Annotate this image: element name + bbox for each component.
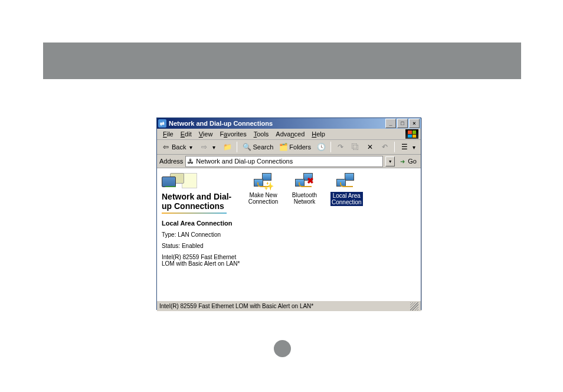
- resize-grip[interactable]: [410, 302, 418, 311]
- bluetooth-network-icon: ✖: [295, 173, 314, 190]
- forward-dropdown-icon[interactable]: ▾: [210, 143, 217, 151]
- menu-file[interactable]: File: [159, 130, 177, 138]
- address-value: Network and Dial-up Connections: [196, 158, 293, 165]
- window-title: Network and Dial-up Connections: [169, 120, 385, 127]
- wizard-icon: ✨: [254, 173, 273, 190]
- search-button[interactable]: 🔍 Search: [240, 142, 275, 152]
- back-arrow-icon: ⇦: [161, 142, 171, 152]
- copy-button[interactable]: ⿻: [349, 142, 362, 152]
- forward-button[interactable]: ⇨ ▾: [198, 142, 219, 152]
- back-dropdown-icon[interactable]: ▾: [187, 143, 194, 151]
- item-label: Make New Connection: [248, 192, 279, 205]
- undo-button[interactable]: ↶: [378, 142, 391, 152]
- toolbar-separator: [237, 142, 237, 152]
- menu-file-label: ile: [167, 130, 174, 138]
- titlebar[interactable]: ⇄ Network and Dial-up Connections _ □ ×: [157, 118, 421, 129]
- menu-view-label: iew: [203, 130, 213, 138]
- menu-edit[interactable]: Edit: [177, 130, 195, 138]
- menu-view[interactable]: View: [195, 130, 217, 138]
- info-pane-icons: [162, 173, 241, 188]
- menu-tools-label: ools: [257, 130, 269, 138]
- delete-button[interactable]: ✕: [364, 142, 377, 152]
- menubar: File Edit View Favorites Tools Advanced …: [157, 129, 421, 140]
- undo-icon: ↶: [380, 142, 389, 152]
- menu-favorites-label: vorites: [227, 130, 246, 138]
- folders-button[interactable]: 🗂️ Folders: [277, 142, 313, 152]
- back-button[interactable]: ⇦ Back ▾: [159, 142, 196, 152]
- go-icon: ➜: [399, 158, 406, 165]
- search-icon: 🔍: [242, 142, 251, 152]
- address-input[interactable]: 🖧 Network and Dial-up Connections: [185, 156, 383, 167]
- menu-favorites[interactable]: Favorites: [216, 130, 250, 138]
- page-banner: [43, 43, 521, 79]
- views-icon: ☰: [400, 142, 409, 152]
- go-button[interactable]: ➜ Go: [397, 158, 418, 165]
- menu-tools[interactable]: Tools: [250, 130, 273, 138]
- app-icon: ⇄: [158, 119, 166, 128]
- menu-help-label: elp: [316, 130, 325, 138]
- divider-line: [162, 213, 227, 214]
- toolbar-separator-3: [394, 142, 395, 152]
- views-button[interactable]: ☰ ▾: [398, 142, 419, 152]
- status-text: Intel(R) 82559 Fast Ethernet LOM with Ba…: [159, 303, 313, 309]
- info-pane-device: Intel(R) 82559 Fast Ethernet LOM with Ba…: [162, 254, 241, 267]
- lan-icon: [336, 173, 355, 190]
- item-bluetooth-network[interactable]: ✖ Bluetooth Network: [289, 173, 320, 205]
- item-make-new-connection[interactable]: ✨ Make New Connection: [248, 173, 279, 205]
- addressbar: Address 🖧 Network and Dial-up Connection…: [157, 155, 421, 168]
- statusbar: Intel(R) 82559 Fast Ethernet LOM with Ba…: [157, 300, 421, 311]
- menu-edit-label: dit: [185, 130, 192, 138]
- back-label: Back: [172, 143, 186, 151]
- address-label: Address: [159, 158, 183, 165]
- maximize-button[interactable]: □: [397, 119, 408, 128]
- address-dropdown[interactable]: ▼: [385, 156, 395, 166]
- item-label-selected: Local Area Connection: [330, 192, 363, 206]
- toolbar-separator-2: [330, 142, 331, 152]
- page-number-circle: [274, 340, 291, 357]
- move-icon: ↷: [336, 142, 345, 152]
- folders-label: Folders: [289, 143, 311, 151]
- folder-up-icon: 📁: [222, 142, 232, 152]
- views-dropdown-icon[interactable]: ▾: [410, 143, 417, 151]
- copy-icon: ⿻: [351, 142, 360, 152]
- search-label: Search: [253, 143, 273, 151]
- info-pane: Network and Dial-up Connections Local Ar…: [157, 168, 246, 300]
- info-pane-type: Type: LAN Connection: [162, 231, 241, 238]
- history-icon: 🕓: [316, 142, 326, 152]
- content-area: Network and Dial-up Connections Local Ar…: [157, 168, 421, 300]
- move-button[interactable]: ↷: [334, 142, 347, 152]
- minimize-button[interactable]: _: [385, 119, 396, 128]
- forward-arrow-icon: ⇨: [199, 142, 209, 152]
- icon-view[interactable]: ✨ Make New Connection ✖ Bluetooth Networ…: [246, 168, 421, 300]
- folder-tree-icon: 🗂️: [279, 142, 288, 152]
- info-pane-status: Status: Enabled: [162, 243, 241, 249]
- info-pane-heading: Network and Dial-up Connections: [162, 192, 241, 211]
- close-button[interactable]: ×: [409, 119, 420, 128]
- address-folder-icon: 🖧: [187, 158, 194, 165]
- menu-advanced[interactable]: Advanced: [272, 130, 308, 138]
- item-label: Bluetooth Network: [292, 192, 317, 205]
- throbber-icon: [405, 129, 418, 139]
- up-button[interactable]: 📁: [221, 142, 234, 152]
- item-local-area-connection[interactable]: Local Area Connection: [330, 173, 361, 206]
- toolbar: ⇦ Back ▾ ⇨ ▾ 📁 🔍 Search 🗂️ Folders 🕓 ↷ ⿻…: [157, 140, 421, 155]
- network-folder-icon: [162, 173, 179, 188]
- menu-advanced-label: ced: [294, 130, 305, 138]
- disabled-x-icon: ✖: [307, 177, 314, 185]
- delete-icon: ✕: [365, 142, 375, 152]
- history-button[interactable]: 🕓: [315, 142, 328, 152]
- menu-help[interactable]: Help: [308, 130, 329, 138]
- window-network-connections: ⇄ Network and Dial-up Connections _ □ × …: [156, 117, 421, 310]
- info-pane-subtitle: Local Area Connection: [162, 220, 241, 227]
- go-label: Go: [408, 158, 417, 165]
